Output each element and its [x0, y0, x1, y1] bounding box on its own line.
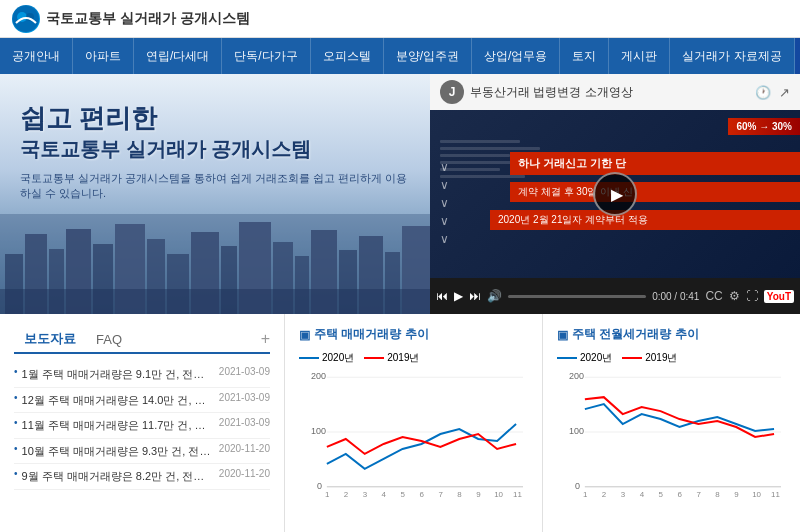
news-text-0[interactable]: 1월 주택 매매거래량은 9.1만 건, 전월세 거래량은 18.0만... [22, 366, 213, 383]
play-pause-button[interactable]: ▶ [454, 289, 463, 303]
video-panel: J 부동산거래 법령변경 소개영상 🕐 ↗ ∨ ∨ [430, 74, 800, 314]
legend2-2019: 2019년 [622, 351, 677, 365]
legend-line-2019 [364, 357, 384, 359]
chart2-svg: 200 100 0 1 2 3 4 5 6 7 [557, 369, 786, 499]
chart2-area: 200 100 0 1 2 3 4 5 6 7 [557, 369, 786, 519]
news-text-2[interactable]: 11월 주택 매매거래량은 11.7만 건, 전월세 거래량은 17... [22, 417, 213, 434]
chart1-title-icon: ▣ [299, 328, 310, 342]
chevron-icon-5: ∨ [440, 232, 449, 246]
chevron-icon-1: ∨ [440, 160, 449, 174]
nav-item-7[interactable]: 토지 [560, 38, 609, 74]
main-nav: 공개안내 아파트 연립/다세대 단독/다가구 오피스텔 분양/입주권 상업/업무… [0, 38, 800, 74]
chart1-title: ▣ 주택 매매거래량 추이 [299, 326, 528, 343]
news-date-4: 2020-11-20 [213, 468, 270, 485]
video-title: 부동산거래 법령변경 소개영상 [470, 84, 749, 101]
chevron-icon-2: ∨ [440, 178, 449, 192]
bullet-icon-1: • [14, 392, 18, 409]
play-button[interactable] [593, 172, 637, 216]
news-item-3: • 10월 주택 매매거래량은 9.3만 건, 전월세 거래량은 17.3...… [14, 439, 270, 465]
time-display: 0:00 / 0:41 [652, 291, 699, 302]
svg-text:0: 0 [575, 481, 580, 491]
svg-text:6: 6 [419, 490, 424, 499]
video-chevrons: ∨ ∨ ∨ ∨ ∨ [440, 160, 449, 246]
chart-panel-2: ▣ 주택 전월세거래량 추이 2020년 2019년 200 100 0 [543, 314, 800, 532]
tab-faq[interactable]: FAQ [86, 328, 132, 351]
chevron-icon-4: ∨ [440, 214, 449, 228]
nav-item-3[interactable]: 단독/다가구 [222, 38, 310, 74]
legend1-2020: 2020년 [299, 351, 354, 365]
bullet-icon-3: • [14, 443, 18, 460]
nav-item-0[interactable]: 공개안내 [0, 38, 73, 74]
content-area: 보도자료 FAQ + • 1월 주택 매매거래량은 9.1만 건, 전월세 거래… [0, 314, 800, 532]
nav-item-6[interactable]: 상업/업무용 [472, 38, 560, 74]
next-button[interactable]: ⏭ [469, 289, 481, 303]
nav-item-4[interactable]: 오피스텔 [311, 38, 384, 74]
news-text-3[interactable]: 10월 주택 매매거래량은 9.3만 건, 전월세 거래량은 17.3... [22, 443, 213, 460]
clock-icon: 🕐 [755, 85, 771, 100]
svg-text:2: 2 [602, 490, 607, 499]
legend2-line-2020 [557, 357, 577, 359]
youtube-logo: YouT [764, 290, 794, 303]
svg-text:9: 9 [476, 490, 481, 499]
svg-text:11: 11 [513, 490, 522, 499]
svg-text:200: 200 [311, 371, 326, 381]
video-avatar: J [440, 80, 464, 104]
legend2-label-2019: 2019년 [645, 351, 677, 365]
svg-text:10: 10 [752, 490, 761, 499]
svg-text:8: 8 [457, 490, 462, 499]
prev-button[interactable]: ⏮ [436, 289, 448, 303]
nav-item-8[interactable]: 게시판 [609, 38, 670, 74]
hero-section: 쉽고 편리한 국토교통부 실거래가 공개시스템 국토교통부 실거래가 공개시스템… [0, 74, 800, 314]
cc-button[interactable]: CC [705, 289, 722, 303]
news-add-button[interactable]: + [261, 330, 270, 348]
svg-text:200: 200 [569, 371, 584, 381]
nav-item-2[interactable]: 연립/다세대 [134, 38, 222, 74]
chart2-title: ▣ 주택 전월세거래량 추이 [557, 326, 786, 343]
svg-text:11: 11 [771, 490, 780, 499]
chart1-svg: 200 100 0 1 2 3 4 5 6 7 [299, 369, 528, 499]
chart1-title-text: 주택 매매거래량 추이 [314, 326, 429, 343]
svg-text:4: 4 [640, 490, 645, 499]
bullet-icon-4: • [14, 468, 18, 485]
news-date-3: 2020-11-20 [213, 443, 270, 460]
video-controls: ⏮ ▶ ⏭ 🔊 0:00 / 0:41 CC ⚙ ⛶ YouT [430, 278, 800, 314]
news-tabs: 보도자료 FAQ + [14, 326, 270, 354]
hero-title-line1: 쉽고 편리한 [20, 102, 410, 136]
banner-middle-text: 하나 거래신고 기한 단 [518, 157, 626, 169]
tab-press-release[interactable]: 보도자료 [14, 326, 86, 354]
chevron-icon-3: ∨ [440, 196, 449, 210]
news-date-1: 2021-03-09 [213, 392, 270, 409]
news-panel: 보도자료 FAQ + • 1월 주택 매매거래량은 9.1만 건, 전월세 거래… [0, 314, 285, 532]
nav-item-1[interactable]: 아파트 [73, 38, 134, 74]
video-content: ∨ ∨ ∨ ∨ ∨ 60% → 30% 하나 거래신고 기한 단 계약 체결 후… [430, 110, 800, 278]
svg-text:100: 100 [569, 426, 584, 436]
volume-button[interactable]: 🔊 [487, 289, 502, 303]
chart-panel-1: ▣ 주택 매매거래량 추이 2020년 2019년 200 100 0 [285, 314, 543, 532]
fullscreen-button[interactable]: ⛶ [746, 289, 758, 303]
news-text-1[interactable]: 12월 주택 매매거래량은 14.0만 건, 전월세 거래량은 18... [22, 392, 213, 409]
svg-text:100: 100 [311, 426, 326, 436]
nav-item-9[interactable]: 실거래가 자료제공 [670, 38, 794, 74]
svg-text:6: 6 [677, 490, 682, 499]
video-badge-top: 60% → 30% [728, 118, 800, 135]
legend2-2020: 2020년 [557, 351, 612, 365]
news-item-1: • 12월 주택 매매거래량은 14.0만 건, 전월세 거래량은 18... … [14, 388, 270, 414]
news-item-4: • 9월 주택 매매거래량은 8.2만 건, 전월세 거래량은 17.5... … [14, 464, 270, 490]
chart1-area: 200 100 0 1 2 3 4 5 6 7 [299, 369, 528, 519]
news-date-2: 2021-03-09 [213, 417, 270, 434]
video-header-icons: 🕐 ↗ [755, 85, 790, 100]
badge-percent-text: 60% → 30% [736, 121, 792, 132]
news-item-2: • 11월 주택 매매거래량은 11.7만 건, 전월세 거래량은 17... … [14, 413, 270, 439]
legend-label-2019: 2019년 [387, 351, 419, 365]
legend2-label-2020: 2020년 [580, 351, 612, 365]
news-text-4[interactable]: 9월 주택 매매거래량은 8.2만 건, 전월세 거래량은 17.5... [22, 468, 213, 485]
logo-emblem [12, 5, 40, 33]
logo: 국토교통부 실거래가 공개시스템 [12, 5, 250, 33]
svg-text:2: 2 [344, 490, 349, 499]
svg-text:5: 5 [659, 490, 664, 499]
progress-bar[interactable] [508, 295, 646, 298]
svg-text:3: 3 [621, 490, 626, 499]
settings-button[interactable]: ⚙ [729, 289, 740, 303]
nav-item-5[interactable]: 분양/입주권 [384, 38, 472, 74]
nav-more-button[interactable]: 구 [795, 38, 800, 74]
